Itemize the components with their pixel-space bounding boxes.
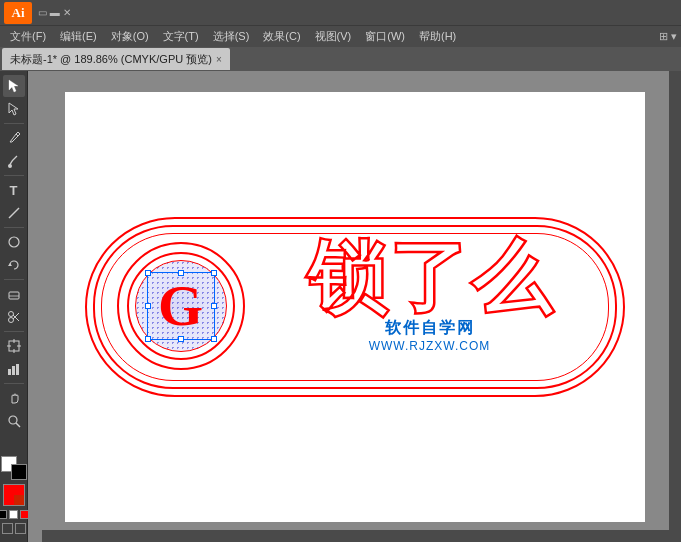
toolbar: T: [0, 71, 28, 542]
stroke-color[interactable]: [11, 464, 27, 480]
logo-circle-area: G: [117, 242, 247, 372]
icon-a[interactable]: [2, 523, 13, 534]
tool-separator-2: [4, 175, 24, 176]
color-swatches[interactable]: [1, 454, 27, 480]
handle-br[interactable]: [211, 336, 217, 342]
ai-logo: Ai: [4, 2, 32, 24]
svg-point-8: [8, 318, 13, 323]
sub-text: 软件自学网: [385, 318, 475, 339]
panel-icon[interactable]: ⊞ ▾: [659, 30, 677, 43]
main-area: T: [0, 71, 681, 542]
svg-point-9: [8, 312, 13, 317]
window-controls[interactable]: ▭ ▬ ✕: [38, 7, 71, 18]
rotate-tool[interactable]: [3, 254, 25, 276]
menu-file[interactable]: 文件(F): [4, 27, 52, 46]
scissors-tool[interactable]: [3, 306, 25, 328]
tool-separator-3: [4, 227, 24, 228]
tab-close-button[interactable]: ×: [216, 54, 222, 65]
tab-label: 未标题-1* @ 189.86% (CMYK/GPU 预览): [10, 52, 212, 67]
chinese-text-area: 锁了么 软件自学网 WWW.RJZXW.COM: [255, 238, 605, 353]
svg-point-2: [8, 164, 12, 168]
artwork: G 锁了么: [85, 217, 625, 397]
menu-help[interactable]: 帮助(H): [413, 27, 462, 46]
tool-separator-1: [4, 123, 24, 124]
pen-tool[interactable]: [3, 127, 25, 149]
handle-bl[interactable]: [145, 336, 151, 342]
menu-text[interactable]: 文字(T): [157, 27, 205, 46]
hand-tool[interactable]: [3, 387, 25, 409]
sub-url: WWW.RJZXW.COM: [369, 339, 491, 353]
menu-edit[interactable]: 编辑(E): [54, 27, 103, 46]
handle-tr[interactable]: [211, 270, 217, 276]
handle-tl[interactable]: [145, 270, 151, 276]
white-swatch[interactable]: [9, 510, 18, 519]
zoom-tool[interactable]: [3, 410, 25, 432]
menu-effect[interactable]: 效果(C): [257, 27, 306, 46]
tool-separator-4: [4, 279, 24, 280]
brush-tool[interactable]: [3, 150, 25, 172]
svg-line-21: [16, 423, 20, 427]
line-tool[interactable]: [3, 202, 25, 224]
artboard-tool[interactable]: [3, 335, 25, 357]
black-swatch[interactable]: [0, 510, 7, 519]
selection-tool[interactable]: [3, 75, 25, 97]
eraser-tool[interactable]: [3, 283, 25, 305]
handle-lm[interactable]: [145, 303, 151, 309]
canvas-area: G 锁了么: [28, 71, 681, 542]
svg-marker-1: [9, 103, 18, 115]
small-swatches: [0, 510, 29, 519]
bottom-tool-icons: [2, 523, 26, 534]
menu-view[interactable]: 视图(V): [309, 27, 358, 46]
svg-rect-19: [16, 364, 19, 375]
menu-object[interactable]: 对象(O): [105, 27, 155, 46]
scrollbar-right[interactable]: [669, 71, 681, 542]
tab-bar: 未标题-1* @ 189.86% (CMYK/GPU 预览) ×: [0, 47, 681, 71]
svg-rect-6: [9, 292, 19, 299]
svg-rect-18: [12, 366, 15, 375]
svg-point-20: [9, 416, 17, 424]
menu-window[interactable]: 窗口(W): [359, 27, 411, 46]
handle-rm[interactable]: [211, 303, 217, 309]
main-chinese-text: 锁了么: [307, 238, 553, 318]
tool-separator-5: [4, 331, 24, 332]
ellipse-tool[interactable]: [3, 231, 25, 253]
svg-point-4: [9, 237, 19, 247]
graph-tool[interactable]: [3, 358, 25, 380]
scrollbar-bottom[interactable]: [42, 530, 669, 542]
svg-rect-17: [8, 369, 11, 375]
svg-line-3: [9, 208, 19, 218]
selection-box: [147, 272, 215, 340]
direct-selection-tool[interactable]: [3, 98, 25, 120]
title-bar: Ai ▭ ▬ ✕: [0, 0, 681, 25]
canvas-document: G 锁了么: [65, 92, 645, 522]
color-area: [0, 454, 29, 538]
red-swatch[interactable]: [3, 484, 25, 506]
svg-marker-5: [8, 263, 12, 266]
tool-separator-6: [4, 383, 24, 384]
type-tool[interactable]: T: [3, 179, 25, 201]
menu-bar: 文件(F) 编辑(E) 对象(O) 文字(T) 选择(S) 效果(C) 视图(V…: [0, 25, 681, 47]
handle-bm[interactable]: [178, 336, 184, 342]
document-tab[interactable]: 未标题-1* @ 189.86% (CMYK/GPU 预览) ×: [2, 48, 230, 70]
svg-marker-0: [9, 80, 18, 92]
menu-select[interactable]: 选择(S): [207, 27, 256, 46]
icon-b[interactable]: [15, 523, 26, 534]
handle-tm[interactable]: [178, 270, 184, 276]
